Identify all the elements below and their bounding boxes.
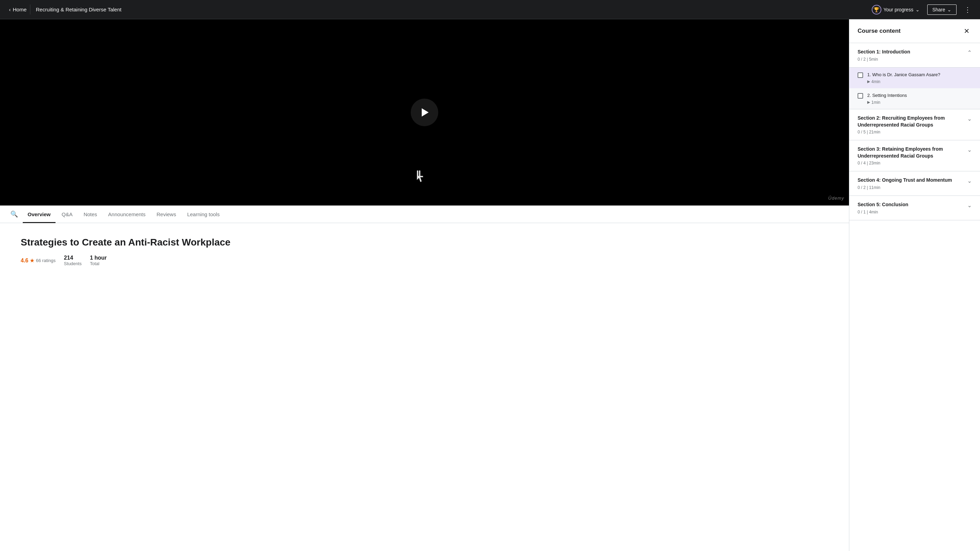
nav-right-actions: 🏆 Your progress ⌄ Share ⌄ ⋮ — [868, 3, 974, 16]
video-icon-1: ▶ — [867, 79, 870, 84]
cursor-icon — [414, 170, 428, 188]
section-1-info: Section 1: Introduction 0 / 2 | 5min — [858, 49, 964, 62]
course-meta: 4.6 ★ 66 ratings 214 Students 1 hour Tot… — [21, 255, 828, 266]
more-options-button[interactable]: ⋮ — [961, 4, 974, 15]
udemy-watermark: Ûdemy — [828, 196, 844, 201]
svg-marker-0 — [422, 108, 429, 116]
section-5-header[interactable]: Section 5: Conclusion 0 / 1 | 4min ⌄ — [849, 196, 980, 220]
tab-overview[interactable]: Overview — [23, 206, 56, 223]
section-5-name: Section 5: Conclusion — [858, 201, 964, 208]
tabs-bar: 🔍 Overview Q&A Notes Announcements Revie… — [0, 205, 849, 223]
section-2-meta: 0 / 5 | 21min — [858, 130, 964, 134]
section-5-meta: 0 / 1 | 4min — [858, 210, 964, 215]
rating-value: 4.6 — [21, 258, 28, 264]
section-1: Section 1: Introduction 0 / 2 | 5min ⌃ 1… — [849, 43, 980, 109]
section-5: Section 5: Conclusion 0 / 1 | 4min ⌄ — [849, 196, 980, 220]
lesson-1-checkbox[interactable] — [858, 72, 863, 78]
close-sidebar-button[interactable]: ✕ — [962, 26, 972, 36]
section-1-lessons: 1. Who is Dr. Janice Gassam Asare? ▶ 4mi… — [849, 68, 980, 109]
section-3-chevron-down-icon: ⌄ — [967, 147, 972, 153]
tab-learning-tools[interactable]: Learning tools — [182, 206, 224, 223]
share-label: Share — [932, 7, 945, 13]
more-icon: ⋮ — [964, 6, 971, 13]
lesson-1-content: 1. Who is Dr. Janice Gassam Asare? ▶ 4mi… — [867, 72, 972, 84]
course-info-section: Strategies to Create an Anti-Racist Work… — [0, 223, 849, 280]
tab-notes[interactable]: Notes — [79, 206, 102, 223]
share-button[interactable]: Share ⌄ — [927, 5, 956, 15]
lesson-item-1[interactable]: 1. Who is Dr. Janice Gassam Asare? ▶ 4mi… — [849, 68, 980, 88]
video-player[interactable]: Ûdemy — [0, 19, 849, 205]
lesson-2-duration: 1min — [871, 100, 880, 105]
lesson-item-2[interactable]: 2. Setting Intentions ▶ 1min — [849, 88, 980, 109]
lesson-1-duration: 4min — [871, 79, 880, 84]
rating-label: 66 ratings — [36, 258, 56, 263]
search-tab-icon[interactable]: 🔍 — [7, 205, 21, 223]
course-title: Recruiting & Retaining Diverse Talent — [36, 6, 121, 13]
section-3-info: Section 3: Retaining Employees from Unde… — [858, 146, 964, 166]
video-icon-2: ▶ — [867, 100, 870, 105]
lesson-2-title: 2. Setting Intentions — [867, 92, 972, 99]
your-progress-button[interactable]: 🏆 Your progress ⌄ — [868, 3, 923, 16]
section-1-chevron-up-icon: ⌃ — [967, 49, 972, 56]
section-3-meta: 0 / 4 | 23min — [858, 161, 964, 166]
section-5-info: Section 5: Conclusion 0 / 1 | 4min — [858, 201, 964, 215]
section-2-info: Section 2: Recruiting Employees from Und… — [858, 115, 964, 134]
tab-reviews[interactable]: Reviews — [152, 206, 181, 223]
section-4-meta: 0 / 2 | 11min — [858, 185, 964, 190]
sidebar-header: Course content ✕ — [849, 19, 980, 43]
lesson-2-content: 2. Setting Intentions ▶ 1min — [867, 92, 972, 105]
lesson-2-meta: ▶ 1min — [867, 100, 972, 105]
section-3-name: Section 3: Retaining Employees from Unde… — [858, 146, 964, 159]
section-4-chevron-down-icon: ⌄ — [967, 178, 972, 184]
top-navigation: ‹ Home Recruiting & Retaining Diverse Ta… — [0, 0, 980, 19]
students-label: Students — [64, 261, 81, 266]
tab-announcements[interactable]: Announcements — [103, 206, 150, 223]
section-2-name: Section 2: Recruiting Employees from Und… — [858, 115, 964, 128]
section-1-header[interactable]: Section 1: Introduction 0 / 2 | 5min ⌃ — [849, 43, 980, 68]
chevron-left-icon: ‹ — [9, 6, 11, 13]
section-2-chevron-down-icon: ⌄ — [967, 116, 972, 122]
course-content-sidebar: Course content ✕ Section 1: Introduction… — [849, 19, 980, 551]
section-4-info: Section 4: Ongoing Trust and Momentum 0 … — [858, 177, 964, 190]
section-1-name: Section 1: Introduction — [858, 49, 964, 56]
play-icon — [418, 106, 431, 119]
content-area: Ûdemy 🔍 Overview Q&A Notes Announcements… — [0, 19, 849, 551]
duration-label: Total — [90, 261, 107, 266]
progress-chevron-icon: ⌄ — [916, 7, 920, 13]
section-4-name: Section 4: Ongoing Trust and Momentum — [858, 177, 964, 184]
tab-qa[interactable]: Q&A — [57, 206, 78, 223]
main-layout: Ûdemy 🔍 Overview Q&A Notes Announcements… — [0, 19, 980, 551]
duration-value: 1 hour — [90, 255, 107, 261]
share-chevron-icon: ⌄ — [947, 7, 951, 13]
section-1-meta: 0 / 2 | 5min — [858, 57, 964, 62]
sidebar-title: Course content — [858, 27, 901, 35]
lesson-2-checkbox[interactable] — [858, 93, 863, 99]
progress-icon: 🏆 — [872, 5, 881, 14]
section-2-header[interactable]: Section 2: Recruiting Employees from Und… — [849, 109, 980, 140]
section-4-header[interactable]: Section 4: Ongoing Trust and Momentum 0 … — [849, 171, 980, 196]
progress-label: Your progress — [883, 7, 913, 13]
course-main-title: Strategies to Create an Anti-Racist Work… — [21, 237, 828, 248]
section-3: Section 3: Retaining Employees from Unde… — [849, 140, 980, 171]
section-5-chevron-down-icon: ⌄ — [967, 202, 972, 209]
home-link[interactable]: ‹ Home — [6, 5, 30, 14]
section-2: Section 2: Recruiting Employees from Und… — [849, 109, 980, 140]
star-icon: ★ — [30, 257, 35, 264]
lesson-1-meta: ▶ 4min — [867, 79, 972, 84]
lesson-1-title: 1. Who is Dr. Janice Gassam Asare? — [867, 72, 972, 78]
section-4: Section 4: Ongoing Trust and Momentum 0 … — [849, 171, 980, 196]
play-button[interactable] — [411, 99, 438, 126]
home-label: Home — [13, 6, 27, 13]
students-value: 214 — [64, 255, 81, 261]
section-3-header[interactable]: Section 3: Retaining Employees from Unde… — [849, 140, 980, 171]
